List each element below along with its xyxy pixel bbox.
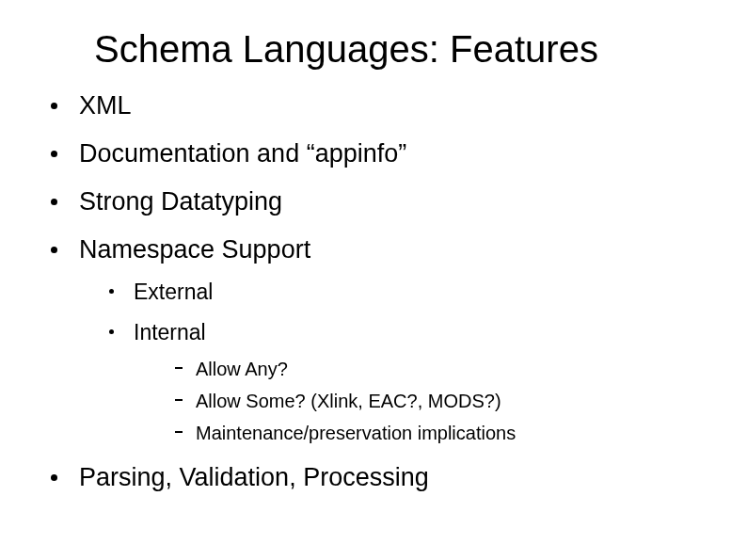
list-item: External bbox=[105, 280, 709, 304]
list-item: Parsing, Validation, Processing bbox=[47, 463, 709, 492]
bullet-text: External bbox=[134, 280, 213, 304]
slide-title: Schema Languages: Features bbox=[94, 28, 709, 71]
bullet-list-level3: Allow Any? Allow Some? (Xlink, EAC?, MOD… bbox=[134, 358, 709, 444]
bullet-text: Allow Any? bbox=[196, 359, 288, 379]
list-item: Strong Datatyping bbox=[47, 187, 709, 216]
list-item: Allow Some? (Xlink, EAC?, MODS?) bbox=[171, 390, 709, 412]
bullet-text: Allow Some? (Xlink, EAC?, MODS?) bbox=[196, 391, 501, 411]
list-item: Maintenance/preservation implications bbox=[171, 422, 709, 444]
bullet-text: XML bbox=[79, 91, 132, 120]
list-item: Documentation and “appinfo” bbox=[47, 139, 709, 168]
bullet-list-level2: External Internal Allow Any? Allow Some?… bbox=[79, 280, 709, 444]
bullet-list-level1: XML Documentation and “appinfo” Strong D… bbox=[38, 91, 709, 492]
list-item: Allow Any? bbox=[171, 358, 709, 380]
list-item: XML bbox=[47, 91, 709, 120]
bullet-text: Strong Datatyping bbox=[79, 187, 282, 216]
list-item: Internal Allow Any? Allow Some? (Xlink, … bbox=[105, 320, 709, 444]
list-item: Namespace Support External Internal Allo… bbox=[47, 235, 709, 444]
slide: Schema Languages: Features XML Documenta… bbox=[0, 0, 747, 560]
bullet-text: Internal bbox=[134, 320, 206, 344]
bullet-text: Documentation and “appinfo” bbox=[79, 139, 406, 168]
bullet-text: Namespace Support bbox=[79, 235, 310, 264]
bullet-text: Maintenance/preservation implications bbox=[196, 423, 516, 443]
bullet-text: Parsing, Validation, Processing bbox=[79, 463, 429, 491]
